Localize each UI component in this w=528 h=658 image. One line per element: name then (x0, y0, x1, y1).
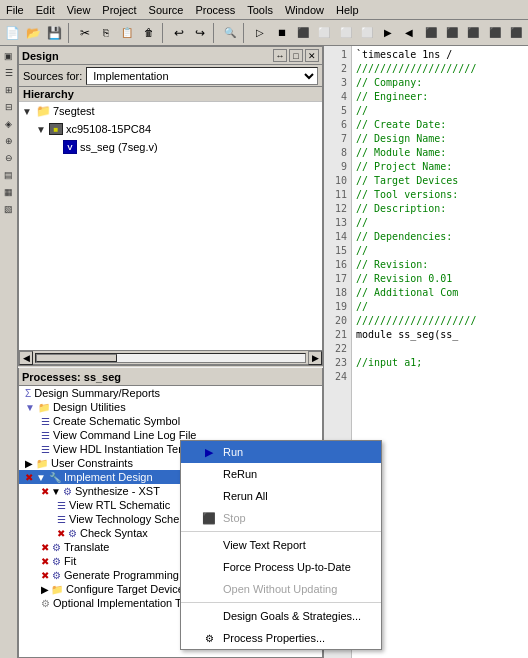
toolbar-copy[interactable]: ⎘ (96, 22, 116, 44)
code-line-15: // (356, 244, 476, 258)
sidebar-icon-5[interactable]: ◈ (1, 116, 17, 132)
ctx-view-text-icon (201, 537, 217, 553)
toolbar-save[interactable]: 💾 (45, 22, 65, 44)
toolbar-btn6[interactable]: ⬜ (357, 22, 377, 44)
ctx-run-label: Run (223, 446, 243, 458)
proc-icon-gen: ⚙ (52, 570, 61, 581)
context-menu: ▶ Run ReRun Rerun All ⬛ Stop View Text R… (180, 440, 382, 650)
menu-process[interactable]: Process (189, 2, 241, 18)
tree-item-xc95108[interactable]: ▼ ■ xc95108-15PC84 (19, 120, 322, 138)
toolbar-btn8[interactable]: ◀ (399, 22, 419, 44)
proc-label-design-utilities: Design Utilities (53, 401, 126, 413)
line-num-3: 3 (328, 76, 347, 90)
ctx-stop-icon: ⬛ (201, 510, 217, 526)
code-line-10: // Target Devices (356, 174, 476, 188)
proc-expand-user-constraints: ▶ (25, 458, 33, 469)
code-line-17: // Revision 0.01 (356, 272, 476, 286)
toolbar-btn11[interactable]: ⬛ (463, 22, 483, 44)
menu-source[interactable]: Source (143, 2, 190, 18)
ctx-rerun-all-icon (201, 488, 217, 504)
proc-design-summary[interactable]: Σ Design Summary/Reports (19, 386, 322, 400)
toolbar-btn13[interactable]: ⬛ (506, 22, 526, 44)
menu-window[interactable]: Window (279, 2, 330, 18)
ctx-run[interactable]: ▶ Run (181, 441, 381, 463)
menu-tools[interactable]: Tools (241, 2, 279, 18)
proc-icon-syntax: ⚙ (68, 528, 77, 539)
ctx-force-up-to-date[interactable]: Force Process Up-to-Date (181, 556, 381, 578)
toolbar-open[interactable]: 📂 (23, 22, 43, 44)
design-panel-maximize[interactable]: □ (289, 49, 303, 62)
proc-icon-implement-error: ✖ (25, 472, 33, 483)
line-num-13: 13 (328, 216, 347, 230)
toolbar-btn7[interactable]: ▶ (378, 22, 398, 44)
sidebar-icon-7[interactable]: ⊖ (1, 150, 17, 166)
line-num-22: 22 (328, 342, 347, 356)
code-line-5: // (356, 104, 476, 118)
sources-select[interactable]: Implementation (86, 67, 318, 85)
toolbar-btn10[interactable]: ⬛ (442, 22, 462, 44)
hscroll-left[interactable]: ◀ (19, 351, 33, 365)
menu-bar: File Edit View Project Source Process To… (0, 0, 528, 20)
sidebar-icon-1[interactable]: ▣ (1, 48, 17, 64)
ctx-rerun-icon (201, 466, 217, 482)
line-num-15: 15 (328, 244, 347, 258)
sidebar-icon-6[interactable]: ⊕ (1, 133, 17, 149)
verilog-icon-ss_seg: V (63, 140, 77, 154)
ctx-rerun[interactable]: ReRun (181, 463, 381, 485)
design-panel-close[interactable]: ✕ (305, 49, 319, 62)
sidebar-icon-2[interactable]: ☰ (1, 65, 17, 81)
hscroll-track[interactable] (35, 353, 306, 363)
menu-file[interactable]: File (0, 2, 30, 18)
tree-item-ss_seg[interactable]: V ss_seg (7seg.v) (19, 138, 322, 156)
hscroll-thumb[interactable] (36, 354, 117, 362)
code-line-18: // Additional Com (356, 286, 476, 300)
proc-design-utilities[interactable]: ▼ 📁 Design Utilities (19, 400, 322, 414)
line-num-12: 12 (328, 202, 347, 216)
toolbar-cut[interactable]: ✂ (75, 22, 95, 44)
toolbar-redo[interactable]: ↪ (190, 22, 210, 44)
menu-project[interactable]: Project (96, 2, 142, 18)
ctx-process-props-icon: ⚙ (201, 630, 217, 646)
ctx-run-icon: ▶ (201, 444, 217, 460)
menu-edit[interactable]: Edit (30, 2, 61, 18)
toolbar-btn1[interactable]: ▷ (250, 22, 270, 44)
toolbar-btn5[interactable]: ⬜ (335, 22, 355, 44)
ctx-view-text-report[interactable]: View Text Report (181, 534, 381, 556)
proc-folder-user-constraints: 📁 (36, 458, 48, 469)
line-num-18: 18 (328, 286, 347, 300)
code-line-20: //////////////////// (356, 314, 476, 328)
ctx-design-goals[interactable]: Design Goals & Strategies... (181, 605, 381, 627)
proc-label-create-schematic: Create Schematic Symbol (53, 415, 180, 427)
tree-item-7segtest[interactable]: ▼ 📁 7segtest (19, 102, 322, 120)
toolbar-new[interactable]: 📄 (2, 22, 22, 44)
sidebar-icon-9[interactable]: ▦ (1, 184, 17, 200)
toolbar-undo[interactable]: ↩ (169, 22, 189, 44)
menu-help[interactable]: Help (330, 2, 365, 18)
toolbar-delete[interactable]: 🗑 (139, 22, 159, 44)
toolbar-paste[interactable]: 📋 (117, 22, 137, 44)
ctx-process-props[interactable]: ⚙ Process Properties... (181, 627, 381, 649)
toolbar-btn3[interactable]: ⬛ (293, 22, 313, 44)
toolbar-sep4 (243, 23, 247, 43)
code-line-3: // Company: (356, 76, 476, 90)
proc-create-schematic[interactable]: ☰ Create Schematic Symbol (19, 414, 322, 428)
proc-icon-implement-wrench: 🔧 (49, 472, 61, 483)
design-panel-resize[interactable]: ↔ (273, 49, 287, 62)
proc-label-translate: Translate (64, 541, 109, 553)
expand-xc95108[interactable]: ▼ (33, 121, 49, 137)
toolbar-find[interactable]: 🔍 (220, 22, 240, 44)
sidebar-icon-3[interactable]: ⊞ (1, 82, 17, 98)
sidebar-icon-8[interactable]: ▤ (1, 167, 17, 183)
expand-7segtest[interactable]: ▼ (19, 103, 35, 119)
hscroll-right[interactable]: ▶ (308, 351, 322, 365)
ctx-rerun-all[interactable]: Rerun All (181, 485, 381, 507)
sidebar-icon-10[interactable]: ▧ (1, 201, 17, 217)
hierarchy-hscroll[interactable]: ◀ ▶ (19, 350, 322, 364)
toolbar-btn2[interactable]: ⏹ (271, 22, 291, 44)
toolbar-btn4[interactable]: ⬜ (314, 22, 334, 44)
sidebar-icon-4[interactable]: ⊟ (1, 99, 17, 115)
toolbar-btn9[interactable]: ⬛ (421, 22, 441, 44)
toolbar-btn12[interactable]: ⬛ (485, 22, 505, 44)
menu-view[interactable]: View (61, 2, 97, 18)
code-line-16: // Revision: (356, 258, 476, 272)
